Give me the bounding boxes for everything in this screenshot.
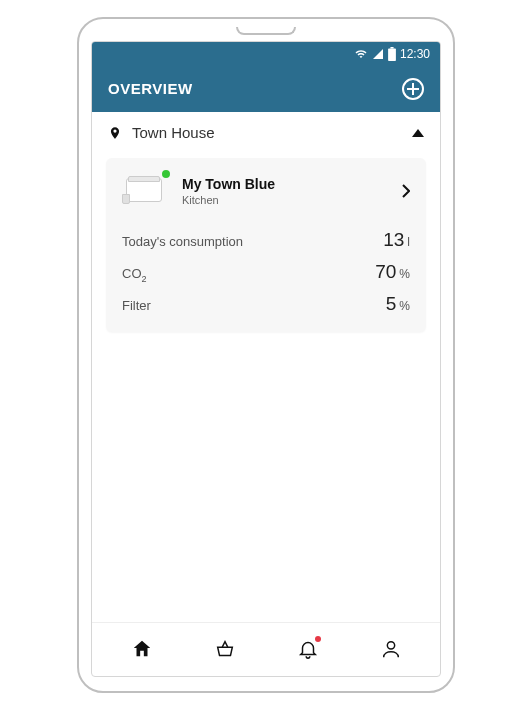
metric-consumption: Today's consumption 13 l <box>122 224 410 256</box>
device-image <box>122 172 170 210</box>
page-title: OVERVIEW <box>108 80 193 97</box>
device-name: My Town Blue <box>182 176 390 192</box>
person-icon <box>380 638 402 660</box>
location-pin-icon <box>108 124 122 142</box>
device-summary-row[interactable]: My Town Blue Kitchen <box>122 172 410 210</box>
chevron-right-icon <box>402 184 410 198</box>
nav-shop[interactable] <box>208 632 242 666</box>
metric-unit: % <box>399 299 410 313</box>
status-dot-online <box>160 168 172 180</box>
basket-icon <box>214 638 236 660</box>
nav-home[interactable] <box>125 632 159 666</box>
metric-value: 70 <box>375 261 396 283</box>
location-selector[interactable]: Town House <box>92 112 440 154</box>
phone-frame: 12:30 OVERVIEW Town House <box>77 17 455 693</box>
add-button[interactable] <box>402 78 424 100</box>
metric-unit: l <box>407 235 410 249</box>
metric-label: CO2 <box>122 266 147 284</box>
battery-icon <box>388 47 396 61</box>
status-time: 12:30 <box>400 47 430 61</box>
app-header: OVERVIEW <box>92 66 440 112</box>
device-room: Kitchen <box>182 194 390 206</box>
home-icon <box>131 638 153 660</box>
screen: 12:30 OVERVIEW Town House <box>91 41 441 677</box>
svg-rect-0 <box>390 47 393 49</box>
nav-notifications[interactable] <box>291 632 325 666</box>
device-info: My Town Blue Kitchen <box>182 176 390 206</box>
metric-label: Filter <box>122 298 151 313</box>
device-card: My Town Blue Kitchen Today's consumption… <box>106 158 426 333</box>
phone-speaker <box>236 27 296 35</box>
status-bar: 12:30 <box>92 42 440 66</box>
metric-co2: CO2 70 % <box>122 256 410 289</box>
content-area: My Town Blue Kitchen Today's consumption… <box>92 154 440 622</box>
metric-value: 5 <box>386 293 397 315</box>
notification-badge <box>315 636 321 642</box>
wifi-icon <box>354 48 368 60</box>
bottom-nav <box>92 622 440 676</box>
location-name: Town House <box>132 124 402 141</box>
caret-up-icon <box>412 129 424 137</box>
metric-filter: Filter 5 % <box>122 288 410 320</box>
svg-rect-1 <box>388 48 396 60</box>
nav-profile[interactable] <box>374 632 408 666</box>
svg-point-2 <box>387 642 394 649</box>
metric-unit: % <box>399 267 410 281</box>
plus-icon <box>407 83 419 95</box>
metric-label: Today's consumption <box>122 234 243 249</box>
signal-icon <box>372 48 384 60</box>
metric-value: 13 <box>383 229 404 251</box>
